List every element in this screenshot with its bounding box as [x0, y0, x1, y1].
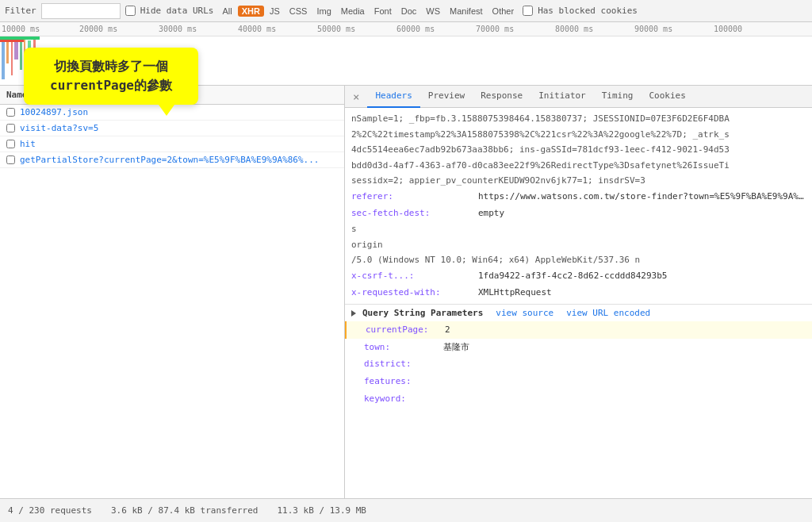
request-name-3[interactable]: hit — [20, 139, 338, 149]
request-list-panel: Name 10024897.json visit-data?sv=5 hit g… — [0, 86, 345, 498]
tab-timing[interactable]: Timing — [594, 86, 642, 108]
tab-response[interactable]: Response — [473, 86, 530, 108]
tick-1: 10000 ms — [0, 22, 40, 33]
requests-count: 4 / 230 requests — [8, 505, 92, 516]
request-name-2[interactable]: visit-data?sv=5 — [20, 123, 338, 133]
filter-label: Filter — [5, 6, 36, 16]
has-blocked-cookies-label: Has blocked cookies — [538, 6, 638, 16]
expand-triangle-icon[interactable] — [351, 310, 356, 317]
view-url-encoded-link[interactable]: view URL encoded — [566, 308, 650, 318]
tick-10: 100000 — [714, 22, 742, 33]
qsp-title: Query String Parameters — [351, 308, 483, 318]
tick-3: 30000 ms — [159, 22, 197, 33]
resource-size: 11.3 kB / 13.9 MB — [277, 505, 366, 516]
type-doc-button[interactable]: Doc — [397, 6, 421, 17]
header-value-sec-fetch: empty — [478, 206, 806, 221]
list-item[interactable]: visit-data?sv=5 — [0, 121, 344, 136]
filter-input[interactable] — [41, 3, 121, 19]
header-row-referer: referer: https://www.watsons.com.tw/stor… — [345, 189, 812, 205]
header-value-x-requested: XMLHttpRequest — [478, 286, 806, 300]
item-checkbox-4[interactable] — [6, 155, 15, 164]
qsp-param-town: town: 基隆市 — [345, 339, 812, 356]
type-media-button[interactable]: Media — [337, 6, 369, 17]
header-name-csrf: x-csrf-t...: — [351, 269, 478, 283]
header-name-sec-fetch: sec-fetch-dest: — [351, 206, 478, 221]
qsp-param-currentpage: currentPage: 2 — [345, 321, 812, 339]
qsp-param-district: district: — [345, 355, 812, 373]
qsp-param-keyword: keyword: — [345, 390, 812, 408]
hide-data-urls-label: Hide data URLs — [140, 6, 214, 16]
header-row-x-requested: x-requested-with: XMLHttpRequest — [345, 285, 812, 301]
qsp-name-district: district: — [364, 357, 443, 371]
headers-panel: × Headers Preview Response Initiator Tim… — [345, 86, 812, 498]
qsp-value-currentpage: 2 — [445, 323, 450, 337]
tick-8: 80000 ms — [555, 22, 593, 33]
request-list-body: 10024897.json visit-data?sv=5 hit getPar… — [0, 105, 344, 498]
item-checkbox-2[interactable] — [6, 124, 15, 132]
tick-4: 40000 ms — [238, 22, 276, 33]
header-line-6: origin — [345, 237, 812, 253]
timeline-ruler: 10000 ms 20000 ms 30000 ms 40000 ms 5000… — [0, 22, 812, 36]
query-string-section: Query String Parameters view source view… — [345, 304, 812, 407]
header-line-4: sessidx=2; appier_pv_counterKEUDW9O2nv6j… — [345, 173, 812, 189]
tab-headers[interactable]: Headers — [367, 86, 419, 108]
type-buttons: All XHR JS CSS Img Media Font Doc WS Man… — [218, 6, 518, 17]
header-line-1: 2%2C%22timestamp%22%3A1588075398%2C%221c… — [345, 127, 812, 143]
type-css-button[interactable]: CSS — [285, 6, 312, 17]
qsp-name-features: features: — [364, 374, 443, 389]
view-source-link[interactable]: view source — [496, 308, 553, 318]
type-font-button[interactable]: Font — [370, 6, 396, 17]
red-indicator — [0, 40, 24, 42]
tick-9: 90000 ms — [634, 22, 672, 33]
tab-cookies[interactable]: Cookies — [642, 86, 694, 108]
header-line-3: bdd0d3d-4af7-4363-af70-d0ca83ee22f9%26Re… — [345, 158, 812, 174]
tick-2: 20000 ms — [79, 22, 117, 33]
hide-data-urls-checkbox[interactable] — [125, 6, 136, 16]
headers-tabs: × Headers Preview Response Initiator Tim… — [345, 86, 812, 108]
request-name-1[interactable]: 10024897.json — [20, 107, 338, 117]
item-checkbox-1[interactable] — [6, 108, 15, 117]
header-name-referer: referer: — [351, 190, 478, 204]
qsp-value-town: 基隆市 — [443, 340, 469, 355]
main-split: Name 10024897.json visit-data?sv=5 hit g… — [0, 86, 812, 498]
status-bar: 4 / 230 requests 3.6 kB / 87.4 kB transf… — [0, 498, 812, 522]
type-manifest-button[interactable]: Manifest — [446, 6, 487, 17]
type-ws-button[interactable]: WS — [422, 6, 444, 17]
header-value-referer: https://www.watsons.com.tw/store-finder?… — [478, 190, 806, 204]
header-line-5: s — [345, 221, 812, 237]
headers-content: nSample=1; _fbp=fb.3.1588075398464.15838… — [345, 108, 812, 498]
close-button[interactable]: × — [348, 89, 364, 105]
tick-7: 70000 ms — [476, 22, 514, 33]
tab-preview[interactable]: Preview — [420, 86, 473, 108]
qsp-section-title: Query String Parameters — [362, 308, 483, 318]
header-row-sec-fetch: sec-fetch-dest: empty — [345, 205, 812, 222]
header-name-x-requested: x-requested-with: — [351, 286, 478, 300]
qsp-param-features: features: — [345, 373, 812, 390]
header-value-csrf: 1fda9422-af3f-4cc2-8d62-ccddd84293b5 — [478, 269, 806, 283]
header-line-7: /5.0 (Windows NT 10.0; Win64; x64) Apple… — [345, 252, 812, 268]
qsp-name-currentpage: currentPage: — [366, 323, 445, 337]
header-line-2: 4dc5514eea6ec7adb92b673aa38bb6; ins-gaSS… — [345, 142, 812, 158]
list-item[interactable]: hit — [0, 136, 344, 152]
type-img-button[interactable]: Img — [312, 6, 335, 17]
has-blocked-cookies-checkbox[interactable] — [523, 6, 533, 16]
tab-initiator[interactable]: Initiator — [530, 86, 594, 108]
list-item[interactable]: getPartialStore?currentPage=2&town=%E5%9… — [0, 152, 344, 168]
type-other-button[interactable]: Other — [488, 6, 519, 17]
item-checkbox-3[interactable] — [6, 140, 15, 148]
tick-5: 50000 ms — [317, 22, 355, 33]
header-line-0: nSample=1; _fbp=fb.3.1588075398464.15838… — [345, 111, 812, 127]
qsp-name-town: town: — [364, 340, 443, 355]
qsp-header: Query String Parameters view source view… — [345, 305, 812, 321]
tick-6: 60000 ms — [396, 22, 435, 33]
qsp-name-keyword: keyword: — [364, 392, 443, 406]
type-js-button[interactable]: JS — [266, 6, 284, 17]
header-row-csrf: x-csrf-t...: 1fda9422-af3f-4cc2-8d62-ccd… — [345, 268, 812, 285]
type-xhr-button[interactable]: XHR — [238, 6, 264, 17]
transferred-size: 3.6 kB / 87.4 kB transferred — [111, 505, 258, 516]
filter-bar: Filter Hide data URLs All XHR JS CSS Img… — [0, 0, 812, 22]
type-all-button[interactable]: All — [218, 6, 236, 17]
request-name-4[interactable]: getPartialStore?currentPage=2&town=%E5%9… — [20, 155, 338, 165]
